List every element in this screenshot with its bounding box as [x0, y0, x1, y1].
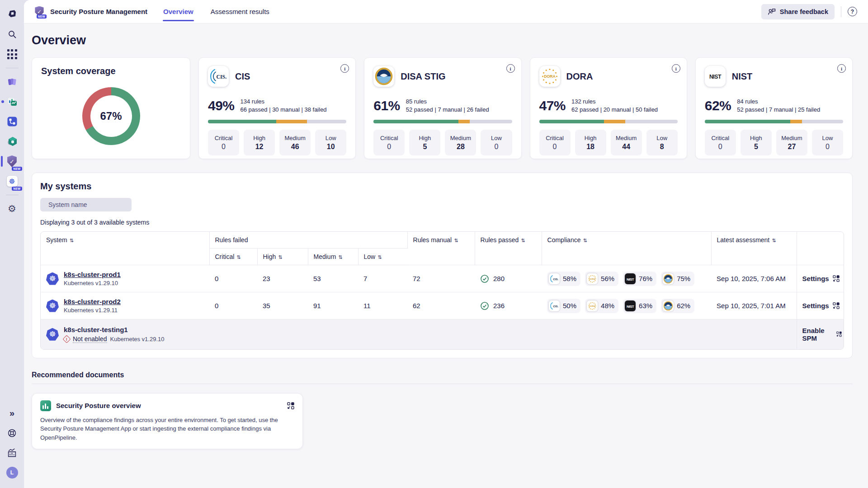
framework-name: NIST	[732, 71, 753, 82]
compliance-chip-disa-stig: 62%	[661, 299, 694, 313]
search-icon[interactable]	[4, 26, 20, 42]
column-header-system[interactable]: System⇅	[41, 232, 209, 265]
column-header-actions	[797, 232, 844, 265]
sort-icon[interactable]: ⇅	[236, 254, 241, 260]
info-icon[interactable]: i	[837, 64, 846, 73]
enable-spm-button[interactable]: Enable SPM	[802, 327, 842, 342]
share-feedback-button[interactable]: Share feedback	[761, 4, 835, 19]
system-coverage-card: System coverage 67%	[32, 57, 190, 159]
severity-chip-low: Low0	[481, 130, 512, 155]
sort-icon[interactable]: ⇅	[278, 254, 282, 260]
card-title: System coverage	[41, 66, 181, 76]
settings-button[interactable]: Settings	[802, 302, 840, 310]
sort-icon[interactable]: ⇅	[70, 238, 74, 243]
expand-sidebar-icon[interactable]: »	[4, 405, 20, 421]
svg-text:CIS.: CIS.	[553, 304, 558, 307]
rules-total: 132 rules	[571, 98, 658, 106]
help-icon[interactable]: ?	[848, 7, 857, 16]
framework-card-nist: i NIST NIST 62% 84 rules 52 passed | 7 m…	[695, 57, 853, 159]
notification-dot	[1, 100, 4, 103]
sort-icon[interactable]: ⇅	[338, 254, 342, 260]
help-lifering-icon[interactable]	[4, 425, 20, 441]
compliance-chip-cis: CIS.50%	[547, 299, 580, 313]
disa-stig-logo	[663, 273, 674, 284]
column-header-low[interactable]: Low⇅	[358, 249, 407, 265]
rules-total: 85 rules	[406, 98, 489, 106]
severity-chip-medium: Medium27	[776, 130, 807, 155]
kubernetes-app-icon[interactable]: ☸ NEW	[4, 173, 20, 189]
info-icon[interactable]: i	[506, 64, 515, 73]
info-icon[interactable]: i	[672, 64, 680, 73]
column-header-compliance[interactable]: Compliance⇅	[542, 232, 711, 265]
page-title: Overview	[32, 33, 853, 47]
svg-text:NIST: NIST	[709, 74, 722, 80]
compliance-chip-nist: NIST76%	[623, 272, 656, 286]
sort-icon[interactable]: ⇅	[772, 238, 776, 243]
compliance-progress-bar	[373, 120, 512, 123]
svg-text:DORA: DORA	[590, 277, 596, 280]
severity-chip-medium: Medium44	[611, 130, 642, 155]
column-header-critical[interactable]: Critical⇅	[209, 249, 257, 265]
column-header-latest-assessment[interactable]: Latest assessment⇅	[711, 232, 797, 265]
framework-percent: 49%	[208, 98, 235, 113]
severity-chip-critical: Critical0	[705, 130, 736, 155]
feedback-icon	[768, 8, 776, 16]
rules-breakdown: 62 passed | 20 manual | 50 failed	[571, 106, 658, 114]
sort-icon[interactable]: ⇅	[583, 238, 587, 243]
system-link[interactable]: k8s-cluster-prod2	[64, 298, 121, 305]
system-link[interactable]: k8s-cluster-prod1	[64, 271, 121, 278]
topbar-divider	[841, 6, 841, 17]
topbar-actions: Share feedback ?	[761, 4, 857, 19]
sort-icon[interactable]: ⇅	[377, 254, 382, 260]
medium-count: 53	[308, 265, 358, 292]
severity-chip-medium: Medium46	[279, 130, 311, 155]
check-circle-icon	[480, 274, 489, 283]
kubernetes-wheel-icon: ☸	[7, 176, 18, 187]
table-row[interactable]: ☸ k8s-cluster-prod1 Kubernetes v1.29.10 …	[41, 265, 844, 292]
dynatrace-logo[interactable]	[4, 6, 20, 23]
sort-icon[interactable]: ⇅	[521, 238, 525, 243]
summary-cards-row: System coverage 67% i CIS.	[32, 57, 853, 159]
sort-icon[interactable]: ⇅	[454, 238, 458, 243]
latest-assessment: Sep 10, 2025, 7:06 AM	[711, 265, 797, 292]
column-header-medium[interactable]: Medium⇅	[308, 249, 358, 265]
table-row[interactable]: ☸ k8s-cluster-prod2 Kubernetes v1.29.11 …	[41, 292, 844, 319]
workflows-icon[interactable]	[4, 113, 20, 130]
main-area: ✓ NEW Security Posture Management Overvi…	[24, 0, 868, 488]
document-card[interactable]: Security Posture overview Overview of th…	[32, 393, 303, 450]
user-avatar[interactable]: L	[4, 465, 20, 481]
settings-gear-icon[interactable]: ⚙	[4, 201, 20, 217]
search-input[interactable]	[48, 201, 130, 208]
rules-manual-count: 62	[407, 292, 475, 319]
tab-assessment-results[interactable]: Assessment results	[210, 7, 270, 16]
rules-manual-count: 72	[407, 265, 475, 292]
hub-icon[interactable]	[4, 74, 20, 90]
column-header-rules-passed[interactable]: Rules passed⇅	[475, 232, 542, 265]
info-icon[interactable]: i	[340, 64, 349, 73]
column-header-rules-failed: Rules failed	[209, 232, 407, 249]
sidebar-item-security-posture-management[interactable]: ✓ NEW	[4, 153, 20, 169]
empty-cells	[209, 319, 797, 349]
open-app-icon[interactable]	[287, 402, 294, 409]
apps-grid-icon[interactable]	[4, 46, 20, 62]
framework-name: DISA STIG	[401, 71, 445, 82]
app-identity: ✓ NEW Security Posture Management	[34, 6, 147, 17]
rules-total: 134 rules	[241, 98, 327, 106]
tab-overview[interactable]: Overview	[163, 7, 194, 16]
kubernetes-services-icon[interactable]	[4, 133, 20, 150]
settings-button[interactable]: Settings	[802, 275, 840, 282]
svg-text:CIS.: CIS.	[216, 74, 226, 80]
table-row[interactable]: ☸ k8s-cluster-testing1 ! Not enabled Kub…	[41, 319, 844, 349]
document-title: Security Posture overview	[56, 402, 282, 409]
compliance-progress-bar	[539, 120, 678, 123]
column-header-high[interactable]: High⇅	[257, 249, 308, 265]
dashboards-icon[interactable]	[4, 94, 20, 110]
compliance-progress-bar	[705, 120, 843, 123]
rules-passed-count: 280	[493, 275, 505, 282]
severity-chip-high: High12	[244, 130, 275, 155]
column-header-rules-manual[interactable]: Rules manual⇅	[407, 232, 475, 265]
my-systems-panel: My systems Displaying 3 out of 3 availab…	[32, 173, 853, 358]
insights-chart-icon[interactable]	[4, 445, 20, 461]
severity-chip-low: Low8	[646, 130, 678, 155]
not-enabled-status[interactable]: Not enabled	[73, 335, 107, 343]
